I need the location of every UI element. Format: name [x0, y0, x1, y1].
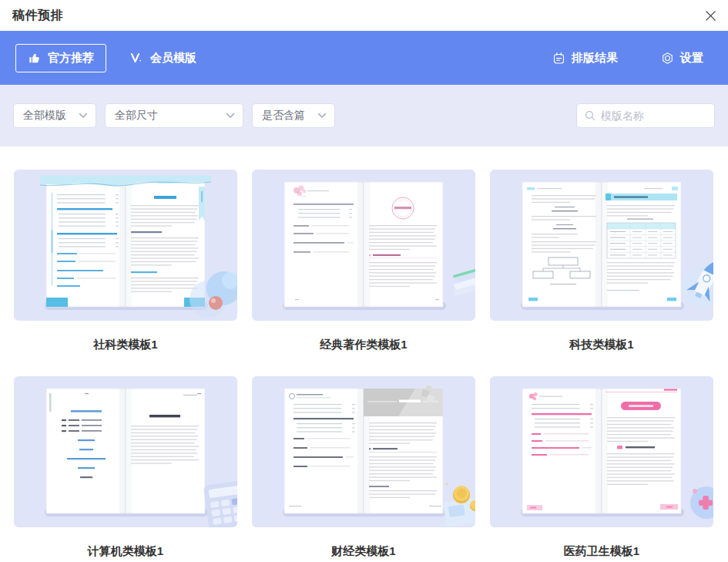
manuscript-preview-dialog: 稿件预排 官方推荐 会员模版 排版结果	[0, 0, 728, 562]
dialog-title: 稿件预排	[12, 8, 63, 24]
template-card: 财经类模板1	[252, 376, 475, 562]
template-thumbnail-finance[interactable]	[252, 376, 475, 527]
chevron-down-icon	[226, 113, 235, 119]
dropdown-template-type[interactable]: 全部模版	[14, 104, 96, 127]
settings-gear-icon	[661, 52, 674, 65]
template-grid: 社科类模板1 经典著作类模板1 科技类模板1 计算机类模板1 财经类模板1 医药…	[0, 146, 728, 562]
close-icon[interactable]	[703, 8, 717, 22]
template-name: 科技类模板1	[490, 338, 713, 352]
titlebar: 稿件预排	[0, 0, 728, 31]
template-thumbnail-social[interactable]	[14, 170, 237, 321]
template-name: 计算机类模板1	[14, 544, 237, 558]
template-thumbnail-tech[interactable]	[490, 170, 713, 321]
vip-v-icon	[130, 52, 143, 64]
tab-label: 会员模版	[150, 51, 196, 66]
dropdown-value: 全部模版	[23, 109, 66, 123]
template-name: 财经类模板1	[252, 544, 475, 558]
chevron-down-icon	[79, 113, 88, 119]
dropdown-size[interactable]: 全部尺寸	[106, 104, 243, 127]
template-card: 科技类模板1	[490, 170, 713, 376]
template-card: 社科类模板1	[14, 170, 237, 376]
search-input[interactable]	[601, 109, 706, 122]
tab-label: 官方推荐	[48, 51, 94, 66]
dropdown-value: 是否含篇	[262, 109, 305, 123]
tab-official-recommend[interactable]: 官方推荐	[15, 44, 106, 72]
template-card: 医药卫生模板1	[490, 376, 713, 562]
template-card: 计算机类模板1	[14, 376, 237, 562]
dropdown-contains-chapter[interactable]: 是否含篇	[253, 104, 334, 127]
template-thumbnail-classic[interactable]	[252, 170, 475, 321]
template-thumbnail-medical[interactable]	[490, 376, 713, 527]
layout-result-button[interactable]: 排版结果	[552, 51, 618, 66]
template-thumbnail-computer[interactable]	[14, 376, 237, 527]
template-search	[577, 104, 714, 127]
chevron-down-icon	[317, 113, 327, 119]
template-name: 社科类模板1	[14, 338, 237, 352]
action-label: 排版结果	[572, 51, 618, 66]
toolbar-actions: 排版结果 设置	[552, 51, 703, 66]
toolbar: 官方推荐 会员模版 排版结果 设置	[0, 31, 728, 85]
template-name: 医药卫生模板1	[490, 544, 713, 558]
dropdown-value: 全部尺寸	[115, 109, 158, 123]
action-label: 设置	[680, 51, 703, 66]
thumbs-up-icon	[28, 52, 41, 65]
template-card: 经典著作类模板1	[252, 170, 475, 376]
filter-bar: 全部模版 全部尺寸 是否含篇	[0, 85, 728, 146]
search-icon	[585, 110, 595, 121]
template-name: 经典著作类模板1	[252, 338, 475, 352]
settings-button[interactable]: 设置	[661, 51, 703, 66]
layout-result-icon	[552, 52, 565, 65]
tab-member-templates[interactable]: 会员模版	[119, 44, 208, 72]
